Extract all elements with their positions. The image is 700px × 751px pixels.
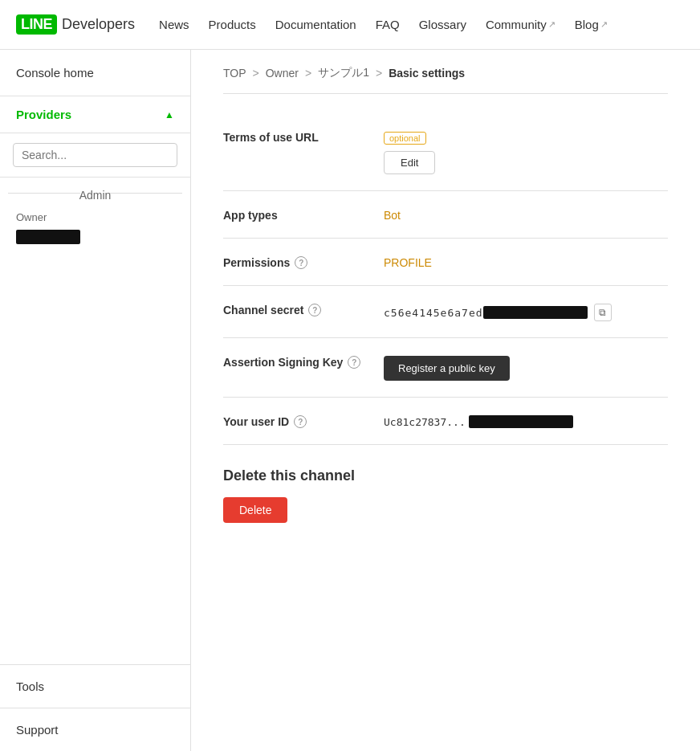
breadcrumb-sep-1: > (253, 67, 259, 80)
sidebar-owner-label: Owner (0, 208, 190, 225)
sidebar-admin-label: Admin (0, 178, 190, 208)
assertion-signing-key-help-icon[interactable]: ? (348, 356, 360, 369)
app-types-value: Bot (384, 207, 668, 222)
assertion-signing-key-label-container: Assertion Signing Key ? (223, 354, 368, 369)
user-id-value-container: Uc81c27837... (384, 414, 668, 428)
search-input[interactable] (13, 143, 177, 167)
sidebar-tools[interactable]: Tools (0, 664, 190, 708)
sidebar-console-home[interactable]: Console home (0, 50, 190, 96)
nav-news[interactable]: News (159, 18, 189, 31)
channel-secret-help-icon[interactable]: ? (308, 304, 321, 316)
external-link-icon: ↗ (600, 19, 608, 30)
permissions-profile: PROFILE (384, 256, 432, 269)
permissions-row: Permissions ? PROFILE (223, 239, 668, 286)
logo-line-text: LINE (16, 14, 57, 35)
breadcrumb-sep-2: > (305, 67, 311, 80)
copy-channel-secret-icon[interactable]: ⧉ (594, 304, 612, 321)
register-public-key-button[interactable]: Register a public key (384, 356, 510, 381)
terms-of-use-label: Terms of use URL (223, 129, 368, 144)
breadcrumb: TOP > Owner > サンプル1 > Basic settings (223, 66, 668, 94)
channel-name-redacted (16, 230, 80, 244)
logo-developers-text: Developers (62, 16, 135, 33)
sidebar-providers-label[interactable]: Providers (16, 108, 71, 121)
user-id-label-container: Your user ID ? (223, 414, 368, 428)
assertion-signing-key-value: Register a public key (384, 354, 668, 381)
logo: LINE Developers (16, 14, 135, 35)
permissions-label-container: Permissions ? (223, 255, 368, 269)
breadcrumb-owner[interactable]: Owner (266, 67, 299, 80)
nav-faq[interactable]: FAQ (376, 18, 400, 31)
user-id-label-text: Your user ID (223, 415, 289, 428)
sidebar-providers-section: Providers ▲ (0, 96, 190, 133)
main-nav: News Products Documentation FAQ Glossary… (159, 18, 684, 31)
sidebar-search-container (0, 133, 190, 178)
optional-badge: optional (384, 132, 426, 145)
app-types-bot: Bot (384, 209, 401, 222)
nav-community[interactable]: Community↗ (486, 18, 556, 31)
delete-section-title: Delete this channel (223, 467, 668, 484)
channel-secret-value: c56e4145e6a7ed (384, 306, 588, 319)
assertion-signing-key-row: Assertion Signing Key ? Register a publi… (223, 338, 668, 398)
app-types-row: App types Bot (223, 191, 668, 239)
breadcrumb-current: Basic settings (389, 67, 465, 80)
sidebar-channel-item[interactable] (0, 225, 190, 251)
permissions-label-text: Permissions (223, 256, 290, 269)
channel-secret-label-container: Channel secret ? (223, 302, 368, 316)
nav-blog[interactable]: Blog↗ (575, 18, 608, 31)
user-id-row: Your user ID ? Uc81c27837... (223, 398, 668, 445)
user-id-prefix: Uc81c27837... (384, 416, 466, 428)
main-content: TOP > Owner > サンプル1 > Basic settings Ter… (191, 50, 700, 751)
breadcrumb-top[interactable]: TOP (223, 67, 246, 80)
nav-glossary[interactable]: Glossary (419, 18, 466, 31)
app-types-label: App types (223, 207, 368, 222)
permissions-value: PROFILE (384, 255, 668, 269)
channel-secret-row: Channel secret ? c56e4145e6a7ed ⧉ (223, 286, 668, 338)
nav-products[interactable]: Products (209, 18, 256, 31)
providers-arrow-icon: ▲ (165, 109, 174, 120)
external-link-icon: ↗ (548, 19, 556, 30)
channel-secret-prefix: c56e4145e6a7ed (384, 307, 483, 319)
sidebar: Console home Providers ▲ Admin Owner Too… (0, 50, 191, 751)
edit-terms-button[interactable]: Edit (384, 151, 435, 174)
layout: Console home Providers ▲ Admin Owner Too… (0, 50, 700, 751)
header: LINE Developers News Products Documentat… (0, 0, 700, 50)
permissions-help-icon[interactable]: ? (295, 256, 307, 269)
breadcrumb-sep-3: > (376, 67, 382, 80)
assertion-signing-key-label-text: Assertion Signing Key (223, 356, 343, 369)
channel-secret-redacted (483, 306, 588, 319)
sidebar-support[interactable]: Support (0, 708, 190, 751)
channel-secret-label-text: Channel secret (223, 304, 303, 316)
delete-section: Delete this channel Delete (223, 445, 668, 539)
user-id-value-display: Uc81c27837... (384, 415, 668, 428)
breadcrumb-channel[interactable]: サンプル1 (318, 66, 369, 80)
delete-channel-button[interactable]: Delete (223, 497, 287, 523)
terms-of-use-row: Terms of use URL optional Edit (223, 113, 668, 191)
nav-documentation[interactable]: Documentation (275, 18, 356, 31)
user-id-help-icon[interactable]: ? (294, 415, 307, 428)
user-id-redacted (469, 415, 573, 428)
channel-secret-value-container: c56e4145e6a7ed ⧉ (384, 302, 668, 321)
channel-secret-row-inner: c56e4145e6a7ed ⧉ (384, 304, 668, 321)
terms-of-use-value: optional Edit (384, 129, 668, 174)
